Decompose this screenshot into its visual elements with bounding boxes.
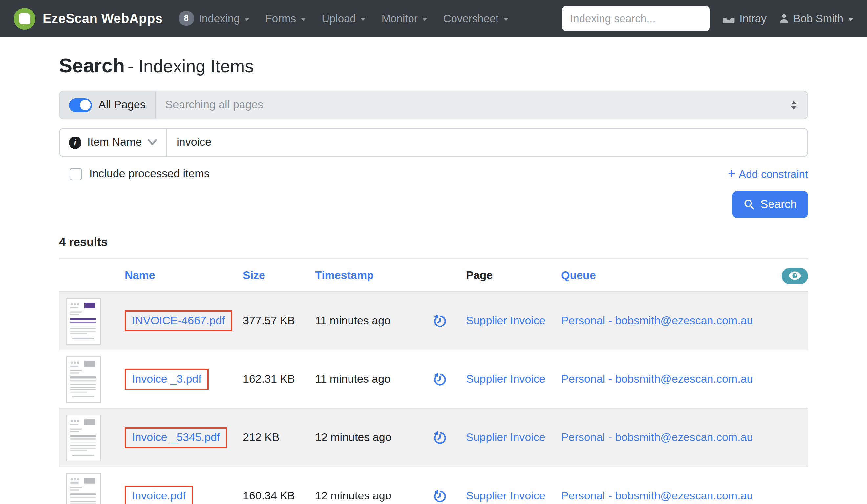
all-pages-label: All Pages [98, 98, 146, 111]
page-link[interactable]: Supplier Invoice [466, 314, 545, 327]
page-scope-row: All Pages Searching all pages [59, 90, 808, 119]
file-name-link[interactable]: Invoice _5345.pdf [132, 431, 220, 444]
results-count: 4 results [59, 236, 808, 249]
file-size: 160.34 KB [243, 490, 315, 503]
page-link[interactable]: Supplier Invoice [466, 373, 545, 385]
file-timestamp: 12 minutes ago [315, 490, 414, 503]
chevron-down-icon [422, 18, 428, 21]
chevron-down-icon [361, 18, 366, 21]
include-processed-label: Include processed items [89, 167, 210, 181]
chevron-down-icon [301, 18, 306, 21]
file-size: 212 KB [243, 431, 315, 444]
eye-icon [788, 271, 801, 280]
navbar: EzeScan WebApps 8 Indexing Forms Upload … [0, 0, 867, 37]
search-button-label: Search [760, 197, 797, 211]
navbar-right: Intray Bob Smith [561, 6, 853, 31]
chevron-down-icon [148, 139, 157, 146]
field-selector-label: Item Name [87, 136, 142, 149]
page-title: Search - Indexing Items [59, 54, 808, 77]
file-name-link[interactable]: Invoice _3.pdf [132, 373, 202, 385]
nav-item-forms[interactable]: Forms [266, 12, 306, 25]
brand-title: EzeScan WebApps [43, 11, 162, 26]
results-rows: INVOICE-4667.pdf 377.57 KB 11 minutes ag… [59, 291, 808, 504]
file-timestamp: 11 minutes ago [315, 314, 414, 328]
history-icon[interactable] [432, 489, 447, 504]
file-size: 162.31 KB [243, 373, 315, 386]
page-scope-select[interactable]: Searching all pages [156, 91, 807, 119]
document-thumbnail[interactable] [66, 415, 101, 461]
table-header: Name Size Timestamp Page Queue [59, 259, 808, 291]
search-icon [743, 199, 754, 210]
queue-link[interactable]: Personal - bobsmith@ezescan.com.au [561, 490, 753, 502]
nav-item-label: Monitor [382, 12, 418, 25]
chevron-down-icon [503, 18, 509, 21]
indexing-count-badge: 8 [178, 11, 194, 25]
button-row: Search [59, 191, 808, 218]
nav-item-coversheet[interactable]: Coversheet [443, 12, 509, 25]
history-icon[interactable] [432, 430, 447, 445]
history-icon[interactable] [432, 313, 447, 329]
file-name-highlight-box: INVOICE-4667.pdf [125, 310, 232, 331]
chevron-down-icon [848, 18, 853, 21]
add-constraint-link[interactable]: + Add constraint [728, 168, 808, 180]
brand[interactable]: EzeScan WebApps [14, 8, 162, 29]
document-thumbnail[interactable] [66, 298, 101, 344]
document-thumbnail[interactable] [66, 356, 101, 403]
table-row: Invoice _5345.pdf 212 KB 12 minutes ago … [59, 408, 808, 467]
file-timestamp: 12 minutes ago [315, 431, 414, 444]
options-row: Include processed items + Add constraint [59, 167, 808, 181]
nav-item-label: Indexing [199, 12, 240, 25]
history-icon[interactable] [432, 372, 447, 387]
page-link[interactable]: Supplier Invoice [466, 431, 545, 444]
indexing-search-input[interactable] [561, 6, 710, 31]
document-thumbnail[interactable] [66, 473, 101, 504]
intray-button[interactable]: Intray [722, 12, 767, 25]
page-link[interactable]: Supplier Invoice [466, 490, 545, 502]
table-row: Invoice _3.pdf 162.31 KB 11 minutes ago … [59, 350, 808, 408]
all-pages-toggle[interactable] [69, 98, 92, 112]
table-row: INVOICE-4667.pdf 377.57 KB 11 minutes ag… [59, 291, 808, 350]
page-title-main: Search [59, 54, 125, 76]
search-button[interactable]: Search [732, 191, 808, 218]
table-row: Invoice.pdf 160.34 KB 12 minutes ago Sup… [59, 467, 808, 504]
nav-menu: 8 Indexing Forms Upload Monitor Covershe… [178, 11, 508, 25]
nav-item-label: Coversheet [443, 12, 499, 25]
nav-item-upload[interactable]: Upload [322, 12, 366, 25]
toggle-thumbnails-button[interactable] [782, 267, 808, 284]
constraint-value-input[interactable]: invoice [167, 129, 807, 156]
intray-icon [722, 13, 735, 24]
file-name-link[interactable]: INVOICE-4667.pdf [132, 314, 225, 327]
file-name-highlight-box: Invoice _5345.pdf [125, 427, 227, 448]
queue-link[interactable]: Personal - bobsmith@ezescan.com.au [561, 373, 753, 385]
column-header-queue[interactable]: Queue [561, 269, 775, 282]
column-header-size[interactable]: Size [243, 269, 315, 282]
file-timestamp: 11 minutes ago [315, 373, 414, 386]
all-pages-addon: All Pages [60, 91, 156, 119]
file-name-link[interactable]: Invoice.pdf [132, 490, 186, 502]
nav-item-label: Upload [322, 12, 356, 25]
include-processed-checkbox[interactable] [69, 168, 82, 180]
info-icon: i [69, 136, 82, 149]
column-header-name[interactable]: Name [125, 269, 243, 282]
user-icon [779, 13, 789, 24]
chevron-down-icon [245, 18, 250, 21]
file-name-highlight-box: Invoice.pdf [125, 486, 193, 504]
main-content: Search - Indexing Items All Pages Search… [59, 54, 808, 504]
constraint-value: invoice [176, 136, 211, 149]
nav-item-monitor[interactable]: Monitor [382, 12, 428, 25]
intray-label: Intray [739, 12, 767, 25]
queue-link[interactable]: Personal - bobsmith@ezescan.com.au [561, 314, 753, 327]
add-constraint-label: Add constraint [739, 168, 808, 180]
results-table: Name Size Timestamp Page Queue [59, 258, 808, 504]
page-scope-placeholder: Searching all pages [165, 98, 264, 111]
select-updown-icon [790, 100, 798, 110]
user-menu[interactable]: Bob Smith [779, 12, 853, 25]
page-title-sub: - Indexing Items [128, 56, 254, 76]
field-selector[interactable]: i Item Name [60, 129, 167, 156]
column-header-page: Page [466, 269, 561, 282]
column-header-timestamp[interactable]: Timestamp [315, 269, 414, 282]
queue-link[interactable]: Personal - bobsmith@ezescan.com.au [561, 431, 753, 444]
app: EzeScan WebApps 8 Indexing Forms Upload … [0, 0, 867, 504]
nav-item-indexing[interactable]: 8 Indexing [178, 11, 249, 25]
nav-item-label: Forms [266, 12, 296, 25]
